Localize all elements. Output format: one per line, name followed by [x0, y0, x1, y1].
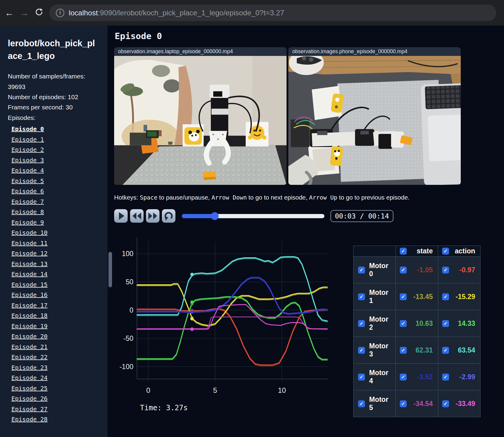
sidebar-episode-link[interactable]: Episode 17	[11, 302, 47, 309]
episode-list-item: Episode 8	[11, 207, 100, 218]
state-checkbox[interactable]: ✓	[400, 374, 407, 380]
action-value: 14.33	[458, 319, 475, 328]
sidebar-episode-link[interactable]: Episode 13	[11, 260, 47, 267]
action-checkbox[interactable]: ✓	[442, 400, 449, 407]
fast-forward-button[interactable]	[146, 209, 159, 223]
video-title-phone: observation.images.phone_episode_000000.…	[288, 47, 461, 56]
progress-slider[interactable]	[182, 209, 324, 223]
state-checkbox[interactable]: ✓	[400, 400, 407, 407]
rewind-button[interactable]	[130, 209, 144, 223]
hotkey-text: to go to next episode,	[247, 194, 309, 201]
action-value: -15.29	[456, 293, 475, 301]
scrollbar-thumb[interactable]	[108, 252, 112, 287]
sidebar-episode-link[interactable]: Episode 21	[11, 343, 47, 350]
slider-thumb[interactable]	[211, 212, 219, 220]
state-value: -3.52	[417, 373, 433, 381]
sidebar-episode-link[interactable]: Episode 0	[11, 125, 44, 133]
sidebar-episode-link[interactable]: Episode 11	[11, 240, 47, 247]
slider-track[interactable]	[182, 214, 324, 218]
url-text: localhost:9090/lerobot/koch_pick_place_1…	[69, 9, 284, 17]
url-path: :9090/lerobot/koch_pick_place_1_lego/epi…	[98, 9, 284, 17]
sidebar-episode-link[interactable]: Episode 7	[11, 198, 44, 205]
episode-list-item: Episode 19	[11, 321, 100, 332]
sidebar-episode-link[interactable]: Episode 9	[11, 219, 44, 226]
sidebar-episode-link[interactable]: Episode 8	[11, 208, 44, 215]
forward-arrow-icon[interactable]: →	[20, 8, 29, 17]
column-checkbox-action[interactable]: ✓	[442, 248, 449, 255]
state-checkbox[interactable]: ✓	[400, 267, 407, 274]
reload-icon[interactable]	[35, 8, 43, 18]
sidebar-episode-link[interactable]: Episode 25	[11, 385, 47, 392]
sidebar-episode-link[interactable]: Episode 10	[11, 229, 47, 236]
column-label: state	[417, 247, 433, 255]
sidebar-episode-link[interactable]: Episode 6	[11, 188, 44, 195]
svg-text:0: 0	[146, 386, 150, 394]
motor-label: Motor 5	[369, 396, 390, 412]
play-button[interactable]	[114, 209, 128, 223]
motor-checkbox[interactable]: ✓	[358, 400, 365, 407]
episode-list-item: Episode 5	[11, 176, 100, 187]
sidebar-episode-link[interactable]: Episode 18	[11, 312, 47, 319]
video-card-laptop: observation.images.laptop_episode_000000…	[114, 47, 287, 185]
sidebar-episode-link[interactable]: Episode 27	[11, 405, 47, 413]
address-bar[interactable]: i localhost:9090/lerobot/koch_pick_place…	[49, 5, 496, 21]
hotkey-key: Arrow Down	[211, 194, 247, 201]
episode-list-item: Episode 0	[11, 124, 100, 135]
motor-label: Motor 2	[369, 315, 390, 332]
column-checkbox-state[interactable]: ✓	[400, 248, 407, 255]
motor-checkbox[interactable]: ✓	[358, 347, 365, 354]
sidebar-episode-link[interactable]: Episode 5	[11, 177, 44, 185]
sidebar-episode-link[interactable]: Episode 23	[11, 364, 47, 371]
sidebar-episode-link[interactable]: Episode 24	[11, 374, 47, 381]
action-checkbox[interactable]: ✓	[442, 347, 449, 354]
sidebar-episode-link[interactable]: Episode 12	[11, 250, 47, 257]
sidebar-episode-link[interactable]: Episode 3	[11, 157, 44, 164]
episode-list-item: Episode 14	[11, 269, 100, 280]
sidebar-episode-link[interactable]: Episode 16	[11, 291, 47, 298]
motor-checkbox[interactable]: ✓	[358, 293, 365, 300]
video-frame-laptop[interactable]	[114, 56, 287, 185]
browser-chrome: ← → i localhost:9090/lerobot/koch_pick_p…	[0, 0, 504, 26]
motor-row: ✓Motor 4✓-3.52✓-2.99	[354, 364, 481, 390]
state-value: 10.63	[415, 319, 433, 328]
info-icon[interactable]: i	[56, 9, 64, 17]
episode-list-item: Episode 16	[11, 290, 100, 301]
back-arrow-icon[interactable]: ←	[5, 8, 14, 17]
chart-time-label: Time: 3.27s	[140, 404, 330, 412]
action-checkbox[interactable]: ✓	[442, 320, 449, 327]
action-value: 63.54	[458, 346, 475, 354]
state-value: -1.05	[417, 266, 433, 274]
episode-list-item: Episode 26	[11, 394, 100, 404]
video-card-phone: observation.images.phone_episode_000000.…	[288, 47, 461, 185]
motor-checkbox[interactable]: ✓	[358, 267, 365, 274]
hotkey-text: to pause/unpause,	[157, 194, 211, 201]
loop-button[interactable]	[162, 209, 175, 223]
state-checkbox[interactable]: ✓	[400, 293, 407, 300]
url-host: localhost	[69, 9, 98, 17]
chart-canvas[interactable]: 100500-50-1000510	[114, 229, 330, 400]
action-checkbox[interactable]: ✓	[442, 374, 449, 380]
sidebar-episode-link[interactable]: Episode 20	[11, 333, 47, 340]
action-checkbox[interactable]: ✓	[442, 293, 449, 300]
sidebar-episode-link[interactable]: Episode 22	[11, 353, 47, 361]
sidebar-episode-link[interactable]: Episode 28	[11, 416, 47, 423]
state-checkbox[interactable]: ✓	[400, 347, 407, 354]
motor-chart: 100500-50-1000510 Time: 3.27s	[114, 229, 330, 412]
sidebar-episode-link[interactable]: Episode 15	[11, 281, 47, 288]
sidebar-episode-link[interactable]: Episode 4	[11, 167, 44, 174]
sidebar-episode-link[interactable]: Episode 19	[11, 322, 47, 330]
motor-checkbox[interactable]: ✓	[358, 374, 365, 380]
hotkey-key: Space	[140, 194, 157, 201]
video-frame-phone[interactable]	[288, 56, 461, 185]
motor-table: ✓state✓action✓Motor 0✓-1.05✓-0.97✓Motor …	[353, 246, 481, 417]
state-checkbox[interactable]: ✓	[400, 320, 407, 327]
episode-list-item: Episode 23	[11, 363, 100, 373]
sidebar-episode-link[interactable]: Episode 14	[11, 270, 47, 278]
sidebar-episode-link[interactable]: Episode 2	[11, 146, 44, 153]
sidebar-episode-link[interactable]: Episode 26	[11, 395, 47, 402]
episode-list: Episode 0Episode 1Episode 2Episode 3Epis…	[8, 124, 100, 425]
svg-text:10: 10	[278, 386, 286, 394]
sidebar-episode-link[interactable]: Episode 1	[11, 136, 44, 143]
motor-checkbox[interactable]: ✓	[358, 320, 365, 327]
action-checkbox[interactable]: ✓	[442, 267, 449, 274]
